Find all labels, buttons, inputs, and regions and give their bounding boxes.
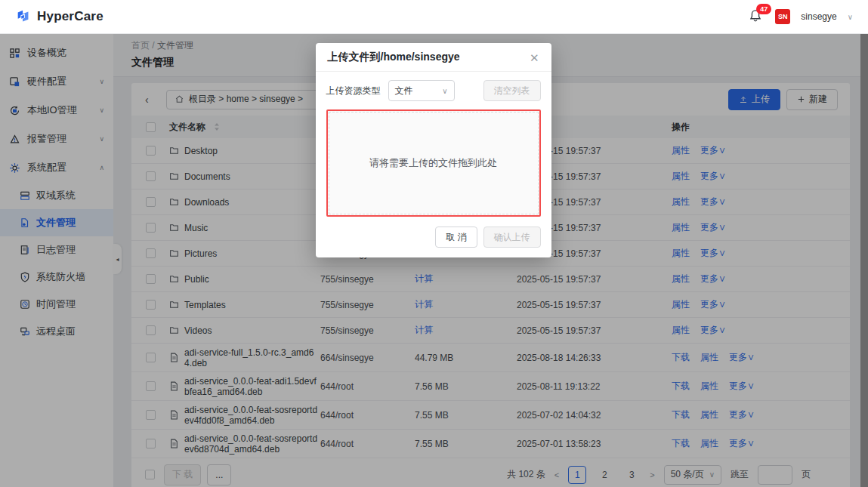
notification-badge: 47 xyxy=(756,4,771,14)
chevron-down-icon: ∨ xyxy=(442,87,447,95)
upload-type-select[interactable]: 文件 ∨ xyxy=(388,80,455,101)
cancel-button[interactable]: 取 消 xyxy=(435,227,477,248)
dialog-title: 上传文件到/home/sinsegye xyxy=(328,51,460,64)
dropzone-hint: 请将需要上传的文件拖到此处 xyxy=(369,156,497,170)
chevron-down-icon[interactable]: ∨ xyxy=(848,13,853,21)
upload-dialog: 上传文件到/home/sinsegye ✕ 上传资源类型 文件 ∨ 清空列表 请… xyxy=(316,43,551,257)
file-dropzone[interactable]: 请将需要上传的文件拖到此处 xyxy=(326,109,541,217)
clear-list-button[interactable]: 清空列表 xyxy=(483,80,541,101)
upload-type-label: 上传资源类型 xyxy=(326,85,381,97)
app-header: HyperCare 47 SN sinsegye ∨ xyxy=(0,0,868,34)
username: sinsegye xyxy=(801,11,836,22)
brand-name: HyperCare xyxy=(37,9,103,24)
brand: HyperCare xyxy=(15,8,103,25)
notifications-button[interactable]: 47 xyxy=(748,8,765,25)
hypercare-logo-icon xyxy=(15,8,32,25)
confirm-upload-button[interactable]: 确认上传 xyxy=(483,227,541,248)
avatar[interactable]: SN xyxy=(775,9,790,24)
close-icon[interactable]: ✕ xyxy=(530,52,539,63)
